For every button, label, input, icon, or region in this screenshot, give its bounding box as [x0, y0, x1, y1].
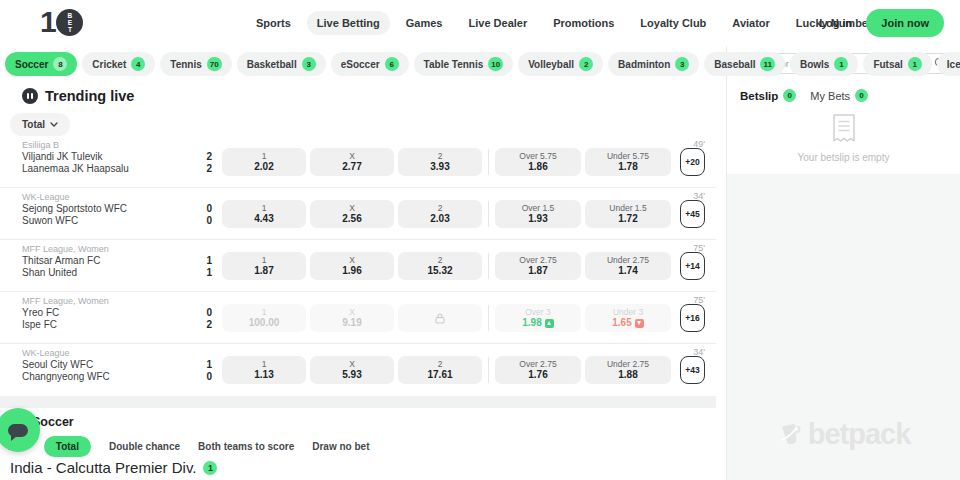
odd-button-x[interactable]: X2.56	[310, 200, 394, 228]
odd-button-under[interactable]: Under 2.751.88	[585, 356, 671, 384]
home-score: 0	[196, 307, 212, 318]
odd-button-1[interactable]: 11.87	[222, 252, 306, 280]
login-button[interactable]: Log in	[819, 17, 852, 29]
away-team[interactable]: Changnyeong WFC	[22, 371, 110, 382]
odd-button-under[interactable]: Under 2.751.74	[585, 252, 671, 280]
tab-both-teams-to-score[interactable]: Both teams to score	[198, 441, 294, 452]
chat-icon	[8, 424, 28, 437]
odd-button-2[interactable]: 23.93	[398, 148, 482, 176]
tab-volleyball[interactable]: Volleyball2	[518, 52, 603, 76]
tab-basketball[interactable]: Basketball3	[237, 52, 326, 76]
odd-button-under[interactable]: Under 1.51.72	[585, 200, 671, 228]
tab-futsal[interactable]: Futsal1	[863, 52, 931, 76]
nav-sports[interactable]: Sports	[246, 11, 301, 35]
tab-draw-no-bet[interactable]: Draw no bet	[312, 441, 369, 452]
match-list: Esiliiga B 49' Viljandi JK Tulevik Laane…	[0, 136, 716, 396]
away-team[interactable]: Suwon WFC	[22, 215, 78, 226]
count-badge: 3	[302, 57, 316, 71]
nav-aviator[interactable]: Aviator	[722, 11, 780, 35]
nav-games[interactable]: Games	[396, 11, 453, 35]
match-row: WK-League 34' Sejong Sportstoto WFC Suwo…	[0, 188, 716, 240]
home-team[interactable]: Viljandi JK Tulevik	[22, 151, 102, 162]
away-score: 2	[196, 319, 212, 330]
header-right: Log in Join now	[819, 0, 944, 46]
odd-button-x: X9.19	[310, 304, 394, 332]
odd-button-x[interactable]: X2.77	[310, 148, 394, 176]
odd-button-over[interactable]: Over 1.51.93	[495, 200, 581, 228]
home-team[interactable]: Seoul City WFC	[22, 359, 93, 370]
nav-promotions[interactable]: Promotions	[543, 11, 624, 35]
tab-esoccer[interactable]: eSoccer6	[331, 52, 409, 76]
divider	[488, 253, 489, 279]
odd-button-x[interactable]: X1.96	[310, 252, 394, 280]
divider	[488, 201, 489, 227]
odd-button-x[interactable]: X5.93	[310, 356, 394, 384]
away-team[interactable]: Ispe FC	[22, 319, 57, 330]
tab-double-chance[interactable]: Double chance	[109, 441, 180, 452]
more-markets-button[interactable]: +14	[680, 252, 705, 280]
market-filter-dropdown[interactable]: Total	[10, 113, 70, 136]
join-now-button[interactable]: Join now	[866, 9, 944, 37]
tab-betslip[interactable]: Betslip 0	[740, 89, 796, 102]
home-team[interactable]: Yreo FC	[22, 307, 59, 318]
count-badge: 1	[203, 461, 217, 475]
nav-live-dealer[interactable]: Live Dealer	[459, 11, 538, 35]
divider	[488, 149, 489, 175]
watermark-text: betpack	[808, 418, 911, 451]
betslip-tabs: Betslip 0 My Bets 0	[727, 78, 960, 102]
betslip-empty-state: Your betslip is empty	[727, 112, 960, 163]
count-badge: 1	[908, 57, 922, 71]
main-content: Trending live Total Esiliiga B 49' Vilja…	[0, 46, 716, 480]
odd-button-1: 1100.00	[222, 304, 306, 332]
odd-button-1[interactable]: 12.02	[222, 148, 306, 176]
tab-bowls[interactable]: Bowls1	[790, 52, 858, 76]
odd-button-under[interactable]: Under 5.751.78	[585, 148, 671, 176]
tab-ice-hockey[interactable]: Ice Hockey5	[937, 52, 960, 76]
section-title: Trending live	[45, 88, 134, 104]
more-markets-button[interactable]: +45	[680, 200, 705, 228]
odd-button-over[interactable]: Over 5.751.86	[495, 148, 581, 176]
league-name: WK-League	[22, 192, 70, 202]
count-badge: 70	[207, 57, 222, 71]
tab-soccer[interactable]: Soccer8	[5, 52, 77, 76]
logo-circle-icon: BET	[56, 9, 83, 36]
home-team[interactable]: Thitsar Arman FC	[22, 255, 100, 266]
odd-button-2[interactable]: 22.03	[398, 200, 482, 228]
tab-table-tennis[interactable]: Table Tennis10	[414, 52, 514, 76]
market-tabs: 1X2 Total Double chance Both teams to sc…	[8, 436, 369, 457]
top-header: 1 BET Sports Live Betting Games Live Dea…	[0, 0, 960, 46]
nav-loyalty-club[interactable]: Loyalty Club	[630, 11, 716, 35]
odds-group: 11.13 X5.93 217.61 Over 2.751.76 Under 2…	[222, 356, 705, 384]
count-badge: 8	[53, 57, 67, 71]
tab-cricket[interactable]: Cricket4	[82, 52, 155, 76]
home-team[interactable]: Sejong Sportstoto WFC	[22, 203, 127, 214]
more-markets-button[interactable]: +43	[680, 356, 705, 384]
odd-button-2[interactable]: 215.32	[398, 252, 482, 280]
site-logo[interactable]: 1 BET	[40, 8, 83, 36]
odd-button-over[interactable]: Over 2.751.76	[495, 356, 581, 384]
odd-button-2[interactable]: 217.61	[398, 356, 482, 384]
tab-total[interactable]: Total	[44, 436, 91, 457]
betslip-sidebar: Betslip 0 My Bets 0 Your betslip is empt…	[726, 46, 960, 480]
divider	[488, 305, 489, 331]
away-team[interactable]: Shan United	[22, 267, 77, 278]
sport-tabs: Soccer8 Cricket4 Tennis70 Basketball3 eS…	[5, 52, 960, 76]
home-score: 0	[196, 203, 212, 214]
tab-tennis[interactable]: Tennis70	[160, 52, 231, 76]
trending-header: Trending live	[22, 88, 134, 104]
away-score: 0	[196, 215, 212, 226]
count-badge: 1	[834, 57, 848, 71]
nav-live-betting[interactable]: Live Betting	[307, 11, 390, 35]
tab-badminton[interactable]: Badminton3	[608, 52, 699, 76]
tab-my-bets[interactable]: My Bets 0	[810, 89, 868, 102]
odd-button-1[interactable]: 11.13	[222, 356, 306, 384]
tab-baseball[interactable]: Baseball11	[704, 52, 785, 76]
section-divider	[0, 396, 716, 408]
more-markets-button[interactable]: +20	[680, 148, 705, 176]
odd-button-1[interactable]: 14.43	[222, 200, 306, 228]
betslip-empty-text: Your betslip is empty	[798, 152, 890, 163]
divider	[488, 357, 489, 383]
more-markets-button[interactable]: +16	[680, 304, 705, 332]
away-team[interactable]: Laanemaa JK Haapsalu	[22, 163, 129, 174]
odd-button-over[interactable]: Over 2.751.87	[495, 252, 581, 280]
